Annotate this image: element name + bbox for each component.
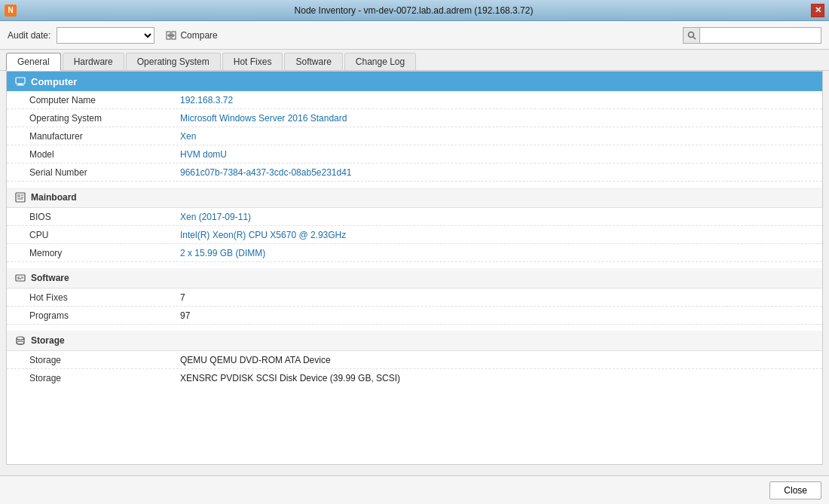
table-row: Memory 2 x 15.99 GB (DIMM) <box>7 244 822 262</box>
tab-software[interactable]: Software <box>284 53 342 70</box>
compare-button[interactable]: Compare <box>161 28 222 43</box>
storage-icon <box>14 334 26 347</box>
value-programs: 97 <box>180 310 190 321</box>
tab-operating-system[interactable]: Operating System <box>126 53 221 70</box>
compare-icon <box>165 29 177 41</box>
software-section-title: Software <box>31 273 69 283</box>
label-serial: Serial Number <box>29 167 180 178</box>
mainboard-icon <box>14 191 26 203</box>
svg-point-18 <box>17 341 24 344</box>
label-programs: Programs <box>29 310 180 321</box>
svg-rect-16 <box>21 276 23 279</box>
table-row: Hot Fixes 7 <box>7 289 822 307</box>
value-computer-name: 192.168.3.72 <box>180 95 233 105</box>
software-icon <box>14 272 26 284</box>
value-serial: 9661c07b-7384-a437-3cdc-08ab5e231d41 <box>180 167 352 178</box>
table-row: CPU Intel(R) Xeon(R) CPU X5670 @ 2.93GHz <box>7 226 822 244</box>
computer-section-title: Computer <box>31 76 77 87</box>
label-model: Model <box>29 149 180 160</box>
svg-rect-5 <box>16 78 25 84</box>
audit-date-label: Audit date: <box>8 30 50 41</box>
storage-section-title: Storage <box>31 335 65 346</box>
svg-point-17 <box>17 337 24 340</box>
value-hotfixes: 7 <box>180 292 185 303</box>
compare-label: Compare <box>180 30 217 41</box>
label-storage-2: Storage <box>29 373 180 383</box>
value-bios: Xen (2017-09-11) <box>180 212 251 222</box>
search-box <box>683 27 821 44</box>
svg-rect-9 <box>17 194 20 197</box>
storage-section-header: Storage <box>7 331 822 351</box>
value-manufacturer: Xen <box>180 131 196 142</box>
app-logo: N <box>5 5 17 17</box>
mainboard-section-header: Mainboard <box>7 188 822 208</box>
close-dialog-button[interactable]: Close <box>769 481 821 499</box>
toolbar: Audit date: Compare <box>0 21 829 50</box>
label-os: Operating System <box>29 113 180 124</box>
main-content: Computer Computer Name 192.168.3.72 Oper… <box>6 71 823 465</box>
label-computer-name: Computer Name <box>29 95 180 105</box>
label-manufacturer: Manufacturer <box>29 131 180 142</box>
table-row: Storage QEMU QEMU DVD-ROM ATA Device <box>7 351 822 369</box>
label-hotfixes: Hot Fixes <box>29 292 180 303</box>
title-bar-center: Node Inventory - vm-dev-0072.lab.ad.adre… <box>17 5 811 16</box>
audit-date-select[interactable] <box>57 27 154 44</box>
svg-point-3 <box>688 32 693 37</box>
value-memory: 2 x 15.99 GB (DIMM) <box>180 248 265 258</box>
window-close-button[interactable]: ✕ <box>811 4 824 17</box>
computer-icon <box>14 75 26 87</box>
table-row: Computer Name 192.168.3.72 <box>7 91 822 109</box>
svg-rect-13 <box>16 275 25 281</box>
label-storage-1: Storage <box>29 355 180 365</box>
svg-rect-11 <box>21 197 23 198</box>
tab-change-log[interactable]: Change Log <box>344 53 416 70</box>
value-storage-1: QEMU QEMU DVD-ROM ATA Device <box>180 355 331 365</box>
label-cpu: CPU <box>29 230 180 240</box>
search-input[interactable] <box>700 28 821 43</box>
table-row: Manufacturer Xen <box>7 127 822 145</box>
table-row: Storage XENSRC PVDISK SCSI Disk Device (… <box>7 369 822 387</box>
tab-hot-fixes[interactable]: Hot Fixes <box>222 53 283 70</box>
value-cpu: Intel(R) Xeon(R) CPU X5670 @ 2.93GHz <box>180 230 346 240</box>
title-bar: N Node Inventory - vm-dev-0072.lab.ad.ad… <box>0 0 829 21</box>
svg-rect-10 <box>21 194 23 196</box>
tabs-bar: General Hardware Operating System Hot Fi… <box>0 50 829 71</box>
table-row: Serial Number 9661c07b-7384-a437-3cdc-08… <box>7 163 822 182</box>
table-row: BIOS Xen (2017-09-11) <box>7 208 822 226</box>
search-icon <box>684 28 700 43</box>
mainboard-section-title: Mainboard <box>31 192 77 203</box>
software-section-header: Software <box>7 268 822 289</box>
table-row: Model HVM domU <box>7 145 822 163</box>
svg-rect-12 <box>17 198 23 200</box>
label-memory: Memory <box>29 248 180 258</box>
computer-section-header: Computer <box>7 72 822 91</box>
table-row: Operating System Microsoft Windows Serve… <box>7 109 822 127</box>
window-title: Node Inventory - vm-dev-0072.lab.ad.adre… <box>295 5 534 16</box>
value-storage-2: XENSRC PVDISK SCSI Disk Device (39.99 GB… <box>180 373 400 383</box>
svg-line-4 <box>693 37 696 39</box>
tab-hardware[interactable]: Hardware <box>63 53 124 70</box>
tab-general[interactable]: General <box>6 53 61 71</box>
value-os: Microsoft Windows Server 2016 Standard <box>180 113 347 124</box>
label-bios: BIOS <box>29 212 180 222</box>
table-row: Programs 97 <box>7 307 822 325</box>
title-bar-left: N <box>5 5 17 17</box>
bottom-bar: Close <box>0 475 829 504</box>
value-model: HVM domU <box>180 149 227 160</box>
